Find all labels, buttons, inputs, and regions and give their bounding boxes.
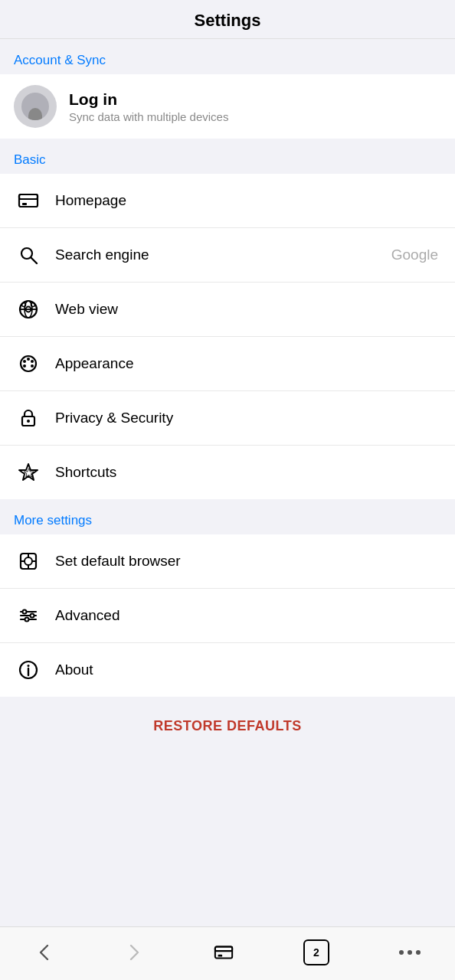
tabs-button[interactable]: 2	[293, 935, 340, 970]
svg-point-9	[22, 303, 26, 307]
search-engine-label: Search engine	[55, 247, 391, 263]
homepage-label: Homepage	[55, 192, 441, 209]
basic-label: Basic	[0, 139, 455, 174]
restore-defaults-button[interactable]: RESTORE DEFAULTS	[153, 718, 301, 734]
svg-point-22	[25, 557, 32, 565]
svg-rect-36	[215, 946, 232, 958]
svg-rect-38	[218, 954, 223, 956]
svg-rect-2	[22, 203, 27, 205]
svg-point-10	[31, 303, 35, 307]
account-text: Log in Sync data with multiple devices	[69, 90, 228, 123]
svg-point-12	[23, 360, 26, 363]
login-title: Log in	[69, 90, 228, 109]
basic-settings-group: Homepage Search engine Google	[0, 174, 455, 499]
about-label: About	[55, 662, 441, 678]
tabs-count: 2	[303, 939, 329, 965]
svg-rect-1	[19, 194, 38, 199]
svg-rect-0	[19, 194, 38, 207]
homepage-icon	[14, 186, 43, 215]
avatar-icon	[21, 93, 49, 120]
search-engine-item[interactable]: Search engine Google	[0, 228, 455, 283]
default-browser-item[interactable]: Set default browser	[0, 534, 455, 589]
svg-point-18	[27, 420, 30, 423]
privacy-icon	[14, 403, 43, 433]
search-engine-value: Google	[391, 247, 438, 263]
back-button[interactable]	[24, 938, 65, 967]
account-login-row[interactable]: Log in Sync data with multiple devices	[0, 74, 455, 139]
default-browser-icon	[14, 547, 43, 576]
homepage-item[interactable]: Homepage	[0, 174, 455, 228]
restore-section: RESTORE DEFAULTS	[0, 697, 455, 750]
advanced-icon	[14, 601, 43, 630]
appearance-label: Appearance	[55, 355, 441, 372]
account-sync-label: Account & Sync	[0, 39, 455, 74]
svg-point-13	[27, 358, 30, 361]
forward-button[interactable]	[113, 938, 155, 967]
privacy-security-label: Privacy & Security	[55, 410, 441, 426]
more-dots-icon	[399, 950, 421, 955]
svg-point-31	[31, 614, 34, 618]
more-button[interactable]	[388, 946, 431, 959]
page-title: Settings	[195, 11, 261, 30]
shortcuts-item[interactable]: Shortcuts	[0, 446, 455, 499]
about-icon	[14, 655, 43, 684]
more-settings-group: Set default browser Advanced	[0, 534, 455, 697]
svg-point-16	[23, 364, 26, 368]
content-area: Account & Sync Log in Sync data with mul…	[0, 39, 455, 926]
more-settings-label: More settings	[0, 499, 455, 534]
about-item[interactable]: About	[0, 643, 455, 697]
svg-rect-37	[215, 946, 232, 951]
svg-marker-19	[19, 464, 38, 480]
login-subtitle: Sync data with multiple devices	[69, 110, 228, 123]
svg-point-15	[31, 364, 34, 368]
header: Settings	[0, 0, 455, 39]
bottom-navigation: 2	[0, 926, 455, 980]
svg-line-4	[31, 258, 38, 264]
advanced-label: Advanced	[55, 607, 441, 624]
home-button[interactable]	[203, 938, 244, 967]
search-icon	[14, 240, 43, 270]
svg-point-14	[31, 360, 34, 363]
webview-icon	[14, 295, 43, 324]
default-browser-label: Set default browser	[55, 553, 441, 570]
advanced-item[interactable]: Advanced	[0, 589, 455, 643]
web-view-label: Web view	[55, 301, 441, 318]
svg-point-32	[25, 618, 29, 622]
shortcuts-icon	[14, 458, 43, 487]
privacy-security-item[interactable]: Privacy & Security	[0, 391, 455, 446]
svg-point-35	[28, 665, 30, 667]
appearance-icon	[14, 349, 43, 378]
appearance-item[interactable]: Appearance	[0, 337, 455, 391]
svg-point-30	[23, 610, 27, 614]
web-view-item[interactable]: Web view	[0, 283, 455, 337]
avatar	[14, 85, 57, 128]
shortcuts-label: Shortcuts	[55, 464, 441, 481]
